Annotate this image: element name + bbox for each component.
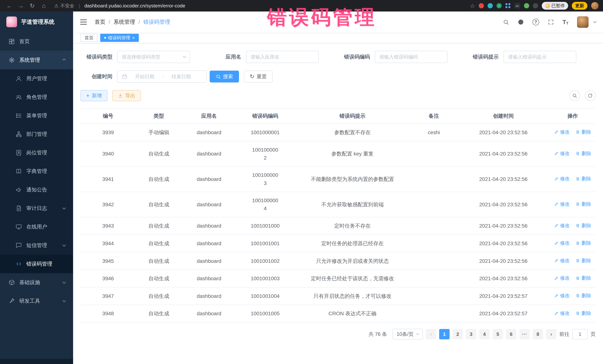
pagination-page-5[interactable]: 5	[493, 329, 503, 339]
logo-title: 芋道管理系统	[21, 18, 55, 26]
github-icon[interactable]	[518, 19, 524, 25]
export-button[interactable]: 导出	[112, 90, 141, 101]
pagination-page-8[interactable]: 8	[533, 329, 543, 339]
delete-link[interactable]: 删除	[576, 274, 591, 282]
avatar-caret-icon[interactable]	[593, 20, 596, 23]
delete-link[interactable]: 删除	[576, 309, 591, 317]
extension-icon-pin[interactable]	[533, 3, 538, 8]
sidebar-logo[interactable]: 芋道管理系统	[0, 11, 73, 32]
reset-button[interactable]: ↻ 重置	[244, 71, 273, 82]
header-hint: 错误码提示	[294, 109, 411, 124]
sidebar-item-system[interactable]: 系统管理	[0, 51, 73, 69]
add-button[interactable]: + 新增	[81, 90, 107, 101]
sidebar-item-audit-log[interactable]: 审计日志	[0, 199, 73, 218]
update-button[interactable]: 更新	[572, 2, 587, 10]
edit-link[interactable]: 修改	[554, 175, 570, 182]
edit-link[interactable]: 修改	[554, 309, 570, 317]
fullscreen-icon[interactable]	[548, 19, 554, 25]
pagination-next[interactable]: ›	[546, 329, 557, 339]
extension-icon-teal[interactable]	[487, 3, 493, 8]
hamburger-icon[interactable]	[80, 20, 87, 25]
sidebar-item-error-code[interactable]: 错误码管理	[0, 255, 73, 273]
edit-link[interactable]: 修改	[554, 128, 570, 136]
pagination-prev[interactable]: ‹	[426, 329, 436, 339]
show-search-toggle-button[interactable]	[569, 90, 580, 101]
bookmark-star-icon[interactable]: ☆	[470, 3, 475, 9]
pagination-page-1[interactable]: 1	[439, 329, 450, 339]
pagination: 共 76 条 10条/页 ‹ 1 2 3 4 5 6 ··· 8 › 前往 页	[81, 329, 596, 345]
sidebar-item-home[interactable]: 首页	[0, 32, 73, 51]
delete-link[interactable]: 删除	[576, 222, 591, 229]
search-button[interactable]: 搜索	[210, 71, 239, 82]
pagination-page-2[interactable]: 2	[452, 329, 463, 339]
delete-link[interactable]: 删除	[576, 128, 591, 136]
sidebar-item-dev-tools[interactable]: 研发工具	[0, 292, 73, 310]
close-icon[interactable]: ×	[132, 36, 135, 40]
breadcrumb-home[interactable]: 首页	[95, 18, 105, 26]
start-date-input[interactable]	[130, 74, 160, 79]
error-code-input[interactable]	[379, 54, 443, 60]
extension-icon-green[interactable]	[524, 3, 529, 8]
back-button[interactable]: ←	[4, 2, 14, 9]
breadcrumb-parent[interactable]: 系统管理	[114, 18, 135, 26]
refresh-table-button[interactable]	[585, 90, 596, 101]
delete-link[interactable]: 删除	[576, 292, 591, 299]
forward-button[interactable]: →	[16, 2, 26, 9]
browser-profile-avatar[interactable]	[591, 2, 599, 10]
help-icon[interactable]: ?	[533, 19, 539, 25]
extension-icon-on-badge[interactable]: on	[514, 3, 520, 9]
edit-link[interactable]: 修改	[554, 222, 570, 229]
security-indicator[interactable]: ⚠ 不安全	[54, 3, 74, 9]
sidebar-collapse-bar[interactable]	[0, 359, 73, 364]
download-icon	[118, 93, 123, 98]
tab-home[interactable]: 首页	[81, 34, 98, 42]
pagination-page-4[interactable]: 4	[479, 329, 490, 339]
security-label: 不安全	[60, 3, 74, 9]
sidebar-item-menus[interactable]: 菜单管理	[0, 106, 73, 125]
search-icon[interactable]	[503, 19, 509, 25]
sidebar-item-dictionary[interactable]: 字典管理	[0, 162, 73, 180]
tab-error-code[interactable]: 错误码管理 ×	[100, 34, 139, 42]
sidebar-item-notices[interactable]: 通知公告	[0, 180, 73, 199]
gear-icon	[9, 57, 15, 63]
edit-link[interactable]: 修改	[554, 239, 570, 247]
edit-link[interactable]: 修改	[554, 292, 570, 299]
edit-link[interactable]: 修改	[554, 200, 570, 208]
date-range-picker[interactable]: -	[117, 70, 207, 83]
sidebar-item-sms[interactable]: 短信管理	[0, 236, 73, 255]
delete-link[interactable]: 删除	[576, 175, 591, 182]
edit-link[interactable]: 修改	[554, 150, 570, 157]
delete-link[interactable]: 删除	[576, 239, 591, 247]
sidebar-item-roles[interactable]: 角色管理	[0, 88, 73, 106]
extension-icon-red[interactable]	[479, 3, 484, 8]
edit-link[interactable]: 修改	[554, 274, 570, 282]
delete-link[interactable]: 删除	[576, 257, 591, 264]
sidebar-item-posts[interactable]: 岗位管理	[0, 143, 73, 162]
font-size-icon[interactable]: TT	[563, 19, 568, 25]
end-date-input[interactable]	[166, 74, 196, 79]
extension-icon-grid[interactable]	[505, 3, 510, 8]
goto-page-input[interactable]	[572, 329, 588, 339]
sidebar-item-online-users[interactable]: 在线用户	[0, 218, 73, 236]
pagination-page-3[interactable]: 3	[466, 329, 476, 339]
extension-icon-green-check[interactable]: ✓	[497, 3, 502, 8]
avatar[interactable]	[577, 16, 589, 28]
paused-badge[interactable]: 已暂停	[542, 2, 568, 10]
address-url[interactable]: dashboard.yudao.iocoder.cn/system/error-…	[84, 3, 185, 9]
chat-icon	[16, 242, 22, 249]
error-hint-input[interactable]	[508, 54, 572, 60]
home-button[interactable]: ⌂	[39, 2, 49, 9]
delete-link[interactable]: 删除	[576, 200, 591, 208]
page-size-select[interactable]: 10条/页	[392, 329, 423, 340]
pagination-page-6[interactable]: 6	[506, 329, 516, 339]
sidebar-item-departments[interactable]: 部门管理	[0, 125, 73, 143]
edit-link[interactable]: 修改	[554, 257, 570, 264]
delete-link[interactable]: 删除	[576, 150, 591, 157]
sidebar-item-infrastructure[interactable]: 基础设施	[0, 273, 73, 292]
calendar-icon	[122, 74, 127, 79]
sidebar-item-users[interactable]: 用户管理	[0, 69, 73, 88]
pagination-ellipsis[interactable]: ···	[519, 329, 530, 339]
error-type-select[interactable]: 请选择错误码类型	[117, 51, 190, 63]
reload-button[interactable]: ↻	[27, 2, 37, 9]
app-name-input[interactable]	[251, 54, 314, 60]
